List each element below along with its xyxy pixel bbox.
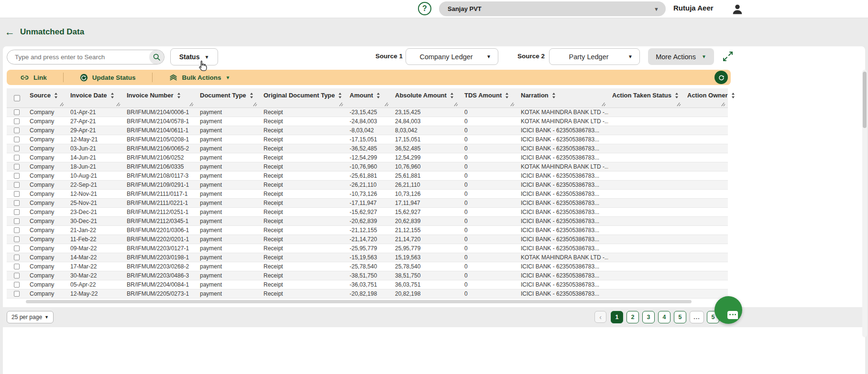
row-checkbox[interactable] xyxy=(14,209,20,215)
row-checkbox[interactable] xyxy=(14,173,20,179)
column-resize-grip[interactable] xyxy=(509,102,515,107)
row-checkbox[interactable] xyxy=(14,182,20,188)
sort-icon[interactable] xyxy=(338,93,342,98)
column-header-tds-amount[interactable]: TDS Amount xyxy=(461,88,517,107)
column-header-action-owner[interactable]: Action Owner xyxy=(683,88,728,107)
column-header-action-taken-status[interactable]: Action Taken Status xyxy=(608,88,683,107)
row-checkbox[interactable] xyxy=(14,128,20,133)
column-resize-grip[interactable] xyxy=(59,102,64,107)
select-all-checkbox[interactable] xyxy=(14,95,20,101)
pagination-prev-button[interactable]: ‹ xyxy=(594,311,606,323)
column-header-amount[interactable]: Amount xyxy=(346,88,391,107)
cell-amount: -25,95,779 xyxy=(346,245,391,252)
avatar[interactable] xyxy=(731,2,744,16)
link-button[interactable]: Link xyxy=(18,73,49,82)
update-status-button[interactable]: Update Status xyxy=(78,74,138,82)
chat-fab[interactable] xyxy=(714,296,742,324)
column-header-invoice-date[interactable]: Invoice Date xyxy=(66,88,123,107)
sort-icon[interactable] xyxy=(54,93,58,98)
cell-invoice-date: 03-Jun-21 xyxy=(66,145,123,152)
column-resize-grip[interactable] xyxy=(676,102,681,107)
column-header-source[interactable]: Source xyxy=(26,88,66,107)
back-arrow-icon[interactable]: ← xyxy=(5,27,15,37)
row-checkbox[interactable] xyxy=(14,273,20,278)
row-checkbox[interactable] xyxy=(14,255,20,260)
bulk-actions-dropdown[interactable]: Bulk Actions ▼ xyxy=(167,73,232,82)
refresh-icon xyxy=(718,74,725,81)
chevron-down-icon: ▼ xyxy=(486,54,491,59)
vertical-scrollbar-thumb[interactable] xyxy=(863,72,867,128)
column-resize-grip[interactable] xyxy=(453,102,458,107)
sort-icon[interactable] xyxy=(450,93,454,98)
source1-dropdown[interactable]: Company Ledger ▼ xyxy=(406,48,498,65)
cell-narration: ICICI BANK - 623505386783... xyxy=(517,227,608,234)
refresh-button[interactable] xyxy=(714,71,728,84)
page-button-4[interactable]: 4 xyxy=(658,311,670,323)
cell-amount: -26,21,110 xyxy=(346,182,391,188)
column-header-select-all[interactable] xyxy=(7,88,26,107)
row-checkbox[interactable] xyxy=(14,236,20,242)
cell-absolute-amount: 24,84,003 xyxy=(391,118,461,125)
cell-source: Company xyxy=(26,218,66,224)
source2-dropdown[interactable]: Party Ledger ▼ xyxy=(549,48,640,65)
cell-absolute-amount: 12,54,299 xyxy=(391,154,461,161)
fullscreen-icon[interactable] xyxy=(722,51,734,62)
column-header-document-type[interactable]: Document Type xyxy=(196,88,260,107)
sort-icon[interactable] xyxy=(110,93,114,98)
sort-icon[interactable] xyxy=(731,93,735,98)
cell-narration: ICICI BANK - 623505386783... xyxy=(517,136,608,143)
sort-icon[interactable] xyxy=(505,93,509,98)
company-selector-dropdown[interactable]: Sanjay PVT ▼ xyxy=(439,1,666,16)
row-checkbox[interactable] xyxy=(14,291,20,297)
status-filter-dropdown[interactable]: Status ▼ xyxy=(170,48,218,65)
column-resize-grip[interactable] xyxy=(720,102,725,107)
vertical-scrollbar[interactable] xyxy=(862,70,867,337)
row-checkbox[interactable] xyxy=(14,218,20,224)
row-checkbox[interactable] xyxy=(14,155,20,160)
cell-absolute-amount: 20,62,839 xyxy=(391,218,461,224)
more-actions-dropdown[interactable]: More Actions ▼ xyxy=(648,48,714,65)
column-resize-grip[interactable] xyxy=(601,102,606,107)
row-checkbox[interactable] xyxy=(14,146,20,151)
column-resize-grip[interactable] xyxy=(115,102,121,107)
page-button-5[interactable]: 5 xyxy=(674,311,686,323)
column-resize-grip[interactable] xyxy=(384,102,389,107)
column-header-absolute-amount[interactable]: Absolute Amount xyxy=(391,88,461,107)
row-checkbox[interactable] xyxy=(14,200,20,206)
sort-icon[interactable] xyxy=(552,93,556,98)
cell-narration: ICICI BANK - 623505386783... xyxy=(517,209,608,215)
column-header-invoice-number[interactable]: Invoice Number xyxy=(123,88,196,107)
sort-icon[interactable] xyxy=(376,93,380,98)
cell-amount: -20,82,198 xyxy=(346,290,391,297)
row-checkbox[interactable] xyxy=(14,227,20,233)
row-checkbox[interactable] xyxy=(14,109,20,115)
sort-icon[interactable] xyxy=(177,93,181,98)
horizontal-scrollbar[interactable] xyxy=(26,300,692,303)
row-checkbox[interactable] xyxy=(14,191,20,197)
search-input[interactable] xyxy=(7,53,149,61)
row-checkbox[interactable] xyxy=(14,282,20,288)
cell-source: Company xyxy=(26,127,66,134)
company-selector-value: Sanjay PVT xyxy=(448,5,482,12)
row-checkbox[interactable] xyxy=(14,246,20,251)
help-icon[interactable]: ? xyxy=(418,2,431,15)
column-resize-grip[interactable] xyxy=(188,102,194,107)
column-resize-grip[interactable] xyxy=(252,102,257,107)
cell-tds-amount: 0 xyxy=(461,154,517,161)
page-button-2[interactable]: 2 xyxy=(626,311,639,323)
cell-invoice-date: 22-Sep-21 xyxy=(66,182,123,188)
cell-absolute-amount: 26,21,110 xyxy=(391,182,461,188)
row-checkbox[interactable] xyxy=(14,264,20,269)
page-button-1[interactable]: 1 xyxy=(611,311,623,323)
row-checkbox[interactable] xyxy=(14,164,20,170)
sort-icon[interactable] xyxy=(250,93,253,98)
row-checkbox[interactable] xyxy=(14,137,20,142)
page-button-3[interactable]: 3 xyxy=(642,311,655,323)
page-ellipsis-button[interactable]: ... xyxy=(690,311,704,323)
column-header-original-document-type[interactable]: Original Document Type xyxy=(260,88,346,107)
sort-icon[interactable] xyxy=(675,93,679,98)
row-checkbox[interactable] xyxy=(14,118,20,124)
column-resize-grip[interactable] xyxy=(338,102,343,107)
column-header-narration[interactable]: Narration xyxy=(517,88,608,107)
search-button[interactable] xyxy=(149,50,164,64)
